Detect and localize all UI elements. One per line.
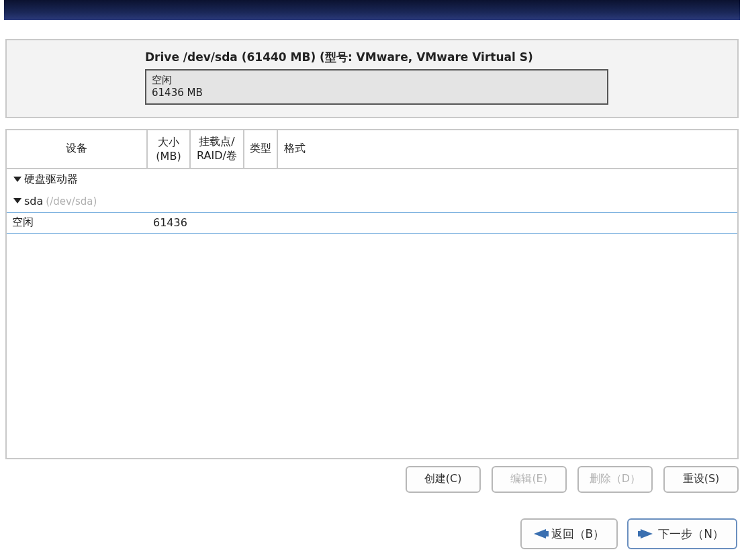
drive-free-box: 空闲 61436 MB — [145, 69, 608, 105]
wizard-nav-row: 返回（B） 下一步（N） — [520, 518, 737, 549]
tree-sda-label: sda — [24, 195, 43, 207]
edit-button: 编辑(E) — [492, 466, 567, 493]
tree-root-label: 硬盘驱动器 — [24, 173, 78, 187]
drive-free-label: 空闲 — [152, 74, 602, 87]
column-type-label: 类型 — [250, 142, 271, 156]
create-button[interactable]: 创建(C) — [406, 466, 481, 493]
partition-tree-panel: 设备 大小 (MB) 挂载点/ RAID/卷 类型 格式 硬盘驱动器 — [5, 129, 739, 459]
tree-sda-path: (/dev/sda) — [46, 195, 97, 207]
drive-free-size: 61436 MB — [152, 87, 602, 99]
reset-button-label: 重设(S) — [683, 472, 720, 486]
column-size-label-1: 大小 — [158, 136, 179, 150]
delete-button-label: 删除（D） — [590, 472, 641, 486]
column-mount-label-2: RAID/卷 — [197, 149, 237, 163]
arrow-left-icon — [534, 529, 546, 539]
partition-action-row: 创建(C) 编辑(E) 删除（D） 重设(S) — [0, 459, 744, 493]
column-device-label: 设备 — [66, 142, 87, 156]
drive-summary-panel: Drive /dev/sda (61440 MB) (型号: VMware, V… — [5, 39, 739, 118]
partition-tree-body[interactable]: 硬盘驱动器 sda (/dev/sda) 空闲 61436 — [7, 169, 737, 458]
edit-button-label: 编辑(E) — [510, 472, 547, 486]
back-button-label: 返回（B） — [551, 526, 605, 542]
delete-button: 删除（D） — [577, 466, 653, 493]
column-mount-label-1: 挂载点/ — [199, 135, 234, 149]
arrow-right-icon — [641, 529, 653, 539]
reset-button[interactable]: 重设(S) — [663, 466, 739, 493]
column-type[interactable]: 类型 — [244, 130, 278, 168]
column-format[interactable]: 格式 — [278, 130, 312, 168]
expand-icon[interactable] — [12, 175, 21, 185]
column-size[interactable]: 大小 (MB) — [148, 130, 191, 168]
column-size-label-2: (MB) — [156, 150, 181, 162]
drive-title: Drive /dev/sda (61440 MB) (型号: VMware, V… — [145, 50, 728, 65]
tree-row-sda[interactable]: sda (/dev/sda) — [7, 191, 737, 212]
column-format-label: 格式 — [284, 142, 306, 156]
column-mount[interactable]: 挂载点/ RAID/卷 — [191, 130, 244, 168]
partition-tree-header: 设备 大小 (MB) 挂载点/ RAID/卷 类型 格式 — [7, 130, 737, 169]
column-device[interactable]: 设备 — [7, 130, 148, 168]
next-button[interactable]: 下一步（N） — [627, 518, 737, 549]
back-button[interactable]: 返回（B） — [520, 518, 618, 549]
installer-header-band — [4, 0, 740, 20]
tree-free-label: 空闲 — [12, 216, 34, 230]
tree-row-harddrives[interactable]: 硬盘驱动器 — [7, 169, 737, 191]
next-button-label: 下一步（N） — [658, 526, 724, 542]
tree-row-free[interactable]: 空闲 61436 — [7, 212, 737, 234]
create-button-label: 创建(C) — [424, 472, 462, 486]
expand-icon[interactable] — [12, 197, 21, 206]
tree-free-size: 61436 — [153, 216, 187, 229]
